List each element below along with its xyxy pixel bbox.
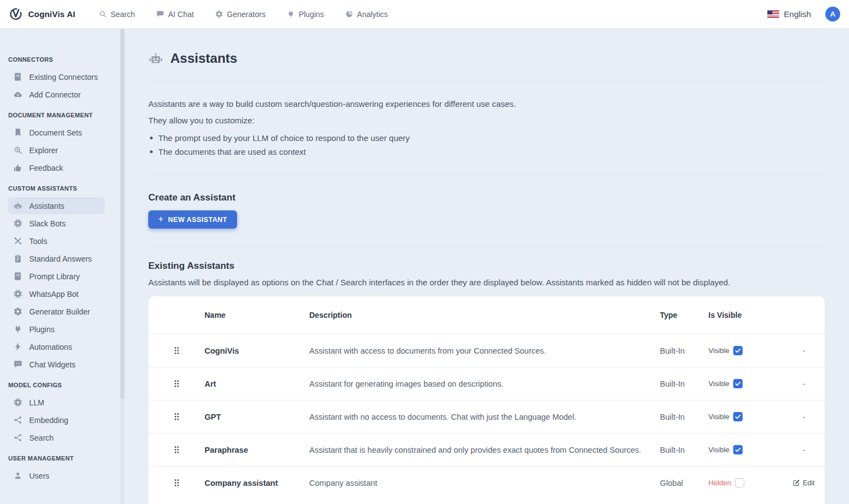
robot-icon bbox=[148, 51, 163, 66]
visibility-checkbox[interactable] bbox=[733, 346, 743, 355]
assistant-name: Company assistant bbox=[205, 479, 309, 487]
sidebar-item-assistants[interactable]: Assistants bbox=[8, 197, 105, 214]
sidebar-item-add-connector[interactable]: Add Connector bbox=[8, 86, 105, 103]
table-row-company-assistant: Company assistantCompany assistantGlobal… bbox=[148, 466, 825, 499]
drag-handle-icon[interactable] bbox=[174, 413, 180, 421]
visibility-checkbox[interactable] bbox=[735, 478, 744, 487]
page-title: Assistants bbox=[170, 51, 237, 66]
plug-icon bbox=[13, 324, 23, 334]
sidebar-item-whatsapp-bot[interactable]: WhatsApp Bot bbox=[8, 285, 105, 302]
top-navbar: CogniVis AI SearchAI ChatGeneratorsPlugi… bbox=[0, 0, 849, 29]
visibility-checkbox[interactable] bbox=[733, 445, 743, 454]
table-row-art: ArtAssistant for generating images based… bbox=[148, 367, 825, 400]
no-action-dash: - bbox=[803, 413, 805, 421]
assistant-description: Assistant that is heavily constrained an… bbox=[309, 446, 660, 454]
sidebar-section: CUSTOM ASSISTANTSAssistantsSlack BotsToo… bbox=[0, 185, 125, 373]
main-nav: SearchAI ChatGeneratorsPluginsAnalytics bbox=[99, 10, 388, 19]
chat-icon bbox=[156, 10, 164, 18]
nav-item-label: Plugins bbox=[299, 10, 324, 19]
nav-item-ai-chat[interactable]: AI Chat bbox=[156, 10, 194, 19]
assistant-name: GPT bbox=[205, 413, 309, 421]
new-assistant-button[interactable]: + NEW ASSISTANT bbox=[148, 210, 237, 229]
visibility-checkbox[interactable] bbox=[733, 412, 743, 421]
sidebar-section-title: CUSTOM ASSISTANTS bbox=[8, 185, 116, 192]
bookmark-icon bbox=[13, 128, 23, 137]
sidebar-section: DOCUMENT MANAGEMENTDocument SetsExplorer… bbox=[0, 112, 125, 176]
sidebar-item-users[interactable]: Users bbox=[8, 467, 105, 484]
sidebar-section-title: DOCUMENT MANAGEMENT bbox=[8, 112, 116, 118]
book-icon bbox=[13, 72, 23, 82]
sidebar-section: CONNECTORSExisting ConnectorsAdd Connect… bbox=[0, 56, 125, 103]
intro-paragraph: Assistants are a way to build custom sea… bbox=[148, 99, 825, 109]
sidebar-item-automations[interactable]: Automations bbox=[8, 338, 105, 355]
table-row-gpt: GPTAssistant with no access to documents… bbox=[148, 400, 825, 433]
chip-icon bbox=[13, 398, 23, 407]
edit-button[interactable]: Edit bbox=[793, 479, 815, 487]
assistants-table-card: Name Description Type Is Visible CogniVi… bbox=[148, 296, 825, 504]
sidebar: CONNECTORSExisting ConnectorsAdd Connect… bbox=[0, 29, 125, 504]
divider bbox=[148, 247, 825, 247]
sidebar-item-label: Generator Builder bbox=[29, 307, 90, 316]
gear-icon bbox=[215, 10, 223, 18]
sidebar-scrollbar[interactable] bbox=[120, 29, 125, 504]
sidebar-item-label: Chat Widgets bbox=[29, 360, 76, 369]
chip-icon bbox=[13, 219, 23, 228]
sidebar-item-label: LLM bbox=[29, 398, 44, 407]
pie-chart-icon bbox=[345, 10, 353, 18]
nav-item-analytics[interactable]: Analytics bbox=[345, 10, 388, 19]
assistant-name: CogniVis bbox=[205, 346, 309, 355]
search-icon bbox=[99, 10, 107, 18]
us-flag-icon bbox=[767, 10, 779, 18]
col-header-visible: Is Visible bbox=[708, 311, 783, 319]
brand[interactable]: CogniVis AI bbox=[9, 7, 76, 21]
sidebar-item-chat-widgets[interactable]: Chat Widgets bbox=[8, 356, 105, 373]
sidebar-item-plugins[interactable]: Plugins bbox=[8, 321, 105, 338]
robot-icon bbox=[13, 201, 23, 210]
nav-item-plugins[interactable]: Plugins bbox=[287, 10, 324, 19]
nav-item-search[interactable]: Search bbox=[99, 10, 135, 19]
sidebar-item-label: Standard Answers bbox=[29, 254, 92, 263]
sidebar-item-explorer[interactable]: Explorer bbox=[8, 142, 105, 159]
nav-item-label: Search bbox=[111, 10, 135, 19]
drag-handle-icon[interactable] bbox=[174, 446, 180, 454]
sidebar-item-embedding[interactable]: Embedding bbox=[8, 411, 105, 429]
thumbs-up-icon bbox=[13, 163, 23, 172]
sidebar-item-document-sets[interactable]: Document Sets bbox=[8, 124, 105, 141]
user-avatar[interactable]: A bbox=[825, 7, 840, 21]
language-label: English bbox=[784, 9, 811, 19]
sidebar-item-label: Tools bbox=[29, 237, 47, 246]
bullet-text: The prompt used by your LLM of choice to… bbox=[158, 133, 410, 143]
col-header-name: Name bbox=[205, 311, 309, 319]
bullet-item: The prompt used by your LLM of choice to… bbox=[148, 133, 825, 143]
gear-icon bbox=[13, 307, 23, 316]
sidebar-item-llm[interactable]: LLM bbox=[8, 394, 105, 411]
sidebar-item-slack-bots[interactable]: Slack Bots bbox=[8, 215, 105, 232]
assistant-type: Global bbox=[660, 479, 708, 487]
sidebar-item-feedback[interactable]: Feedback bbox=[8, 159, 105, 176]
visibility-checkbox[interactable] bbox=[733, 379, 743, 388]
sidebar-item-tools[interactable]: Tools bbox=[8, 232, 105, 250]
bullet-dot bbox=[150, 137, 153, 139]
existing-assistants-description: Assistants will be displayed as options … bbox=[148, 278, 825, 287]
no-action-dash: - bbox=[803, 346, 805, 355]
search-plus-icon bbox=[13, 145, 23, 155]
sidebar-section: USER MANAGEMENTUsers bbox=[0, 455, 125, 484]
drag-handle-icon[interactable] bbox=[174, 380, 180, 388]
table-row-cognivis: CogniVisAssistant with access to documen… bbox=[148, 334, 825, 367]
assistant-type: Built-In bbox=[660, 380, 708, 388]
assistant-description: Assistant for generating images based on… bbox=[309, 380, 660, 388]
sidebar-item-search[interactable]: Search bbox=[8, 429, 105, 446]
divider bbox=[148, 174, 825, 175]
language-selector[interactable]: English bbox=[767, 9, 811, 19]
nav-item-generators[interactable]: Generators bbox=[215, 10, 266, 19]
assistant-description: Company assistant bbox=[309, 479, 660, 487]
sidebar-item-label: Slack Bots bbox=[29, 219, 66, 228]
sidebar-item-standard-answers[interactable]: Standard Answers bbox=[8, 250, 105, 267]
sidebar-item-existing-connectors[interactable]: Existing Connectors bbox=[8, 68, 105, 85]
sidebar-item-generator-builder[interactable]: Generator Builder bbox=[8, 303, 105, 320]
table-header-row: Name Description Type Is Visible bbox=[148, 296, 825, 334]
sidebar-item-prompt-library[interactable]: Prompt Library bbox=[8, 268, 105, 285]
create-assistant-heading: Create an Assistant bbox=[148, 192, 825, 203]
drag-handle-icon[interactable] bbox=[174, 346, 180, 355]
drag-handle-icon[interactable] bbox=[174, 479, 180, 487]
